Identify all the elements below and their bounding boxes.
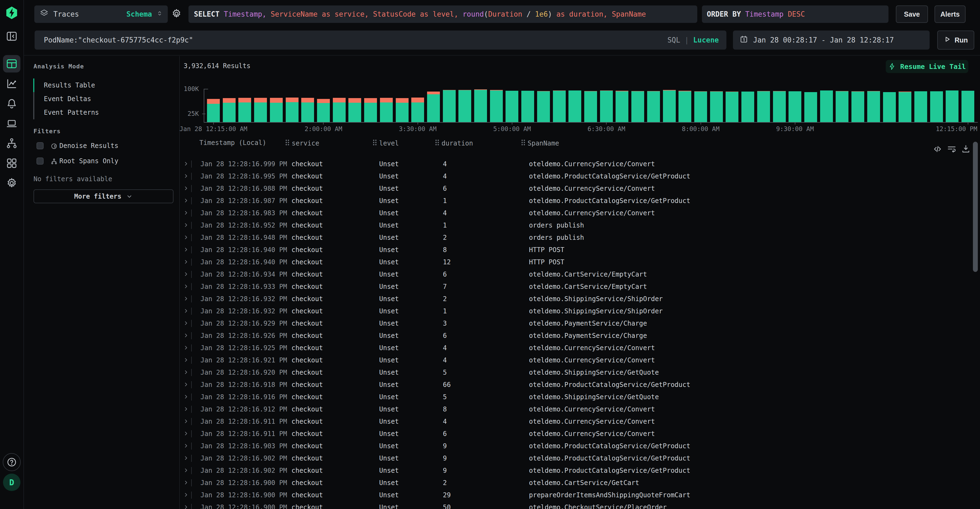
chart-bar[interactable] — [270, 86, 283, 122]
table-row[interactable]: Jan 28 12:28:16.995 PMcheckoutUnset4otel… — [180, 170, 980, 183]
chart-bar[interactable] — [663, 86, 676, 122]
select-clause-editor[interactable]: SELECT Timestamp, ServiceName as service… — [188, 5, 697, 23]
row-expand-chevron-icon[interactable] — [183, 198, 189, 205]
drag-handle-icon[interactable] — [372, 139, 377, 148]
row-expand-chevron-icon[interactable] — [183, 480, 189, 487]
chart-bar[interactable] — [647, 86, 660, 122]
chart-bar[interactable] — [317, 86, 330, 122]
chart-bar[interactable] — [883, 86, 896, 122]
row-expand-chevron-icon[interactable] — [183, 210, 189, 217]
table-row[interactable]: Jan 28 12:28:16.900 PMcheckoutUnset50ote… — [180, 501, 980, 509]
column-header[interactable]: Timestamp (Local) — [199, 139, 266, 147]
chart-bar[interactable] — [223, 86, 235, 122]
row-expand-chevron-icon[interactable] — [183, 492, 189, 499]
chart-bar[interactable] — [851, 86, 864, 122]
alerts-button[interactable]: Alerts — [934, 5, 966, 23]
row-expand-chevron-icon[interactable] — [183, 443, 189, 450]
row-expand-chevron-icon[interactable] — [183, 357, 189, 365]
table-row[interactable]: Jan 28 12:28:16.940 PMcheckoutUnset8HTTP… — [180, 244, 980, 256]
column-header[interactable]: level — [372, 139, 399, 148]
table-row[interactable]: Jan 28 12:28:16.983 PMcheckoutUnset4otel… — [180, 207, 980, 219]
chart-bar[interactable] — [458, 86, 471, 122]
date-range-picker[interactable]: Jan 28 00:28:17 - Jan 28 12:28:17 — [733, 30, 930, 49]
table-row[interactable]: Jan 28 12:28:16.987 PMcheckoutUnset1otel… — [180, 195, 980, 207]
row-expand-chevron-icon[interactable] — [183, 406, 189, 413]
analysis-mode-item[interactable]: Results Table — [44, 78, 99, 92]
collapse-panel-icon[interactable] — [6, 30, 18, 42]
table-row[interactable]: Jan 28 12:28:16.911 PMcheckoutUnset6otel… — [180, 428, 980, 440]
row-expand-chevron-icon[interactable] — [183, 504, 189, 509]
chart-bar[interactable] — [506, 86, 518, 122]
chart-bar[interactable] — [678, 86, 691, 122]
row-expand-chevron-icon[interactable] — [183, 455, 189, 463]
chart-bar[interactable] — [804, 86, 817, 122]
source-settings-gear-icon[interactable] — [171, 8, 182, 20]
row-expand-chevron-icon[interactable] — [183, 283, 189, 291]
chart-bar[interactable] — [632, 86, 644, 122]
code-icon[interactable] — [932, 144, 943, 155]
chart-explorer-icon[interactable] — [6, 78, 18, 89]
chart-bar[interactable] — [553, 86, 566, 122]
table-row[interactable]: Jan 28 12:28:16.912 PMcheckoutUnset8otel… — [180, 403, 980, 416]
download-icon[interactable] — [961, 144, 971, 155]
save-button[interactable]: Save — [896, 5, 928, 23]
chart-bar[interactable] — [710, 86, 723, 122]
row-expand-chevron-icon[interactable] — [183, 247, 189, 254]
row-expand-chevron-icon[interactable] — [183, 320, 189, 328]
checkbox[interactable] — [37, 142, 44, 149]
chart-bar[interactable] — [301, 86, 314, 122]
drag-handle-icon[interactable] — [435, 139, 439, 148]
table-row[interactable]: Jan 28 12:28:16.952 PMcheckoutUnset1orde… — [180, 219, 980, 231]
row-expand-chevron-icon[interactable] — [183, 271, 189, 279]
dashboards-icon[interactable] — [6, 157, 18, 169]
table-row[interactable]: Jan 28 12:28:16.902 PMcheckoutUnset9otel… — [180, 464, 980, 477]
row-expand-chevron-icon[interactable] — [183, 222, 189, 230]
analysis-mode-item[interactable]: Event Deltas — [44, 92, 99, 106]
chart-bar[interactable] — [946, 86, 958, 122]
drag-handle-icon[interactable] — [285, 139, 290, 148]
chart-bar[interactable] — [537, 86, 550, 122]
chart-bar[interactable] — [348, 86, 361, 122]
order-by-editor[interactable]: ORDER BY Timestamp DESC — [702, 5, 888, 23]
search-input[interactable]: PodName:"checkout-675775c4cc-f2p9c" SQL … — [35, 30, 726, 49]
chart-bar[interactable] — [930, 86, 943, 122]
row-expand-chevron-icon[interactable] — [183, 418, 189, 426]
column-header[interactable]: service — [285, 139, 319, 148]
chart-bar[interactable] — [773, 86, 786, 122]
schema-link[interactable]: Schema — [126, 10, 152, 18]
row-expand-chevron-icon[interactable] — [183, 467, 189, 475]
chart-bar[interactable] — [411, 86, 424, 122]
table-row[interactable]: Jan 28 12:28:16.920 PMcheckoutUnset5otel… — [180, 367, 980, 379]
chart-bar[interactable] — [757, 86, 770, 122]
chart-bar[interactable] — [380, 86, 393, 122]
alerts-bell-icon[interactable] — [6, 97, 18, 110]
row-expand-chevron-icon[interactable] — [183, 381, 189, 389]
wrap-text-icon[interactable] — [947, 144, 957, 155]
table-row[interactable]: Jan 28 12:28:16.903 PMcheckoutUnset9otel… — [180, 440, 980, 452]
table-row[interactable]: Jan 28 12:28:16.929 PMcheckoutUnset3otel… — [180, 318, 980, 330]
resume-live-tail-button[interactable]: Resume Live Tail — [886, 60, 968, 73]
row-expand-chevron-icon[interactable] — [183, 394, 189, 401]
chart-bar[interactable] — [521, 86, 534, 122]
services-hierarchy-icon[interactable] — [6, 137, 18, 149]
table-row[interactable]: Jan 28 12:28:16.918 PMcheckoutUnset66ote… — [180, 379, 980, 391]
table-row[interactable]: Jan 28 12:28:16.900 PMcheckoutUnset2otel… — [180, 477, 980, 489]
row-expand-chevron-icon[interactable] — [183, 235, 189, 242]
chart-bar[interactable] — [568, 86, 581, 122]
table-row[interactable]: Jan 28 12:28:16.933 PMcheckoutUnset7otel… — [180, 281, 980, 293]
filter-option[interactable]: Root Spans Only — [24, 153, 179, 169]
table-row[interactable]: Jan 28 12:28:16.934 PMcheckoutUnset6otel… — [180, 268, 980, 281]
logo-icon[interactable] — [5, 6, 19, 20]
row-expand-chevron-icon[interactable] — [183, 161, 189, 168]
drag-handle-icon[interactable] — [521, 139, 525, 148]
client-sessions-icon[interactable] — [6, 117, 18, 129]
filter-option[interactable]: Denoise Results — [24, 138, 179, 153]
chart-bar[interactable] — [207, 86, 220, 122]
row-expand-chevron-icon[interactable] — [183, 173, 189, 181]
chart-bar[interactable] — [836, 86, 848, 122]
chart-bar[interactable] — [789, 86, 801, 122]
table-row[interactable]: Jan 28 12:28:16.948 PMcheckoutUnset2orde… — [180, 231, 980, 244]
chart-bar[interactable] — [600, 86, 613, 122]
chart-bar[interactable] — [820, 86, 833, 122]
row-expand-chevron-icon[interactable] — [183, 259, 189, 266]
